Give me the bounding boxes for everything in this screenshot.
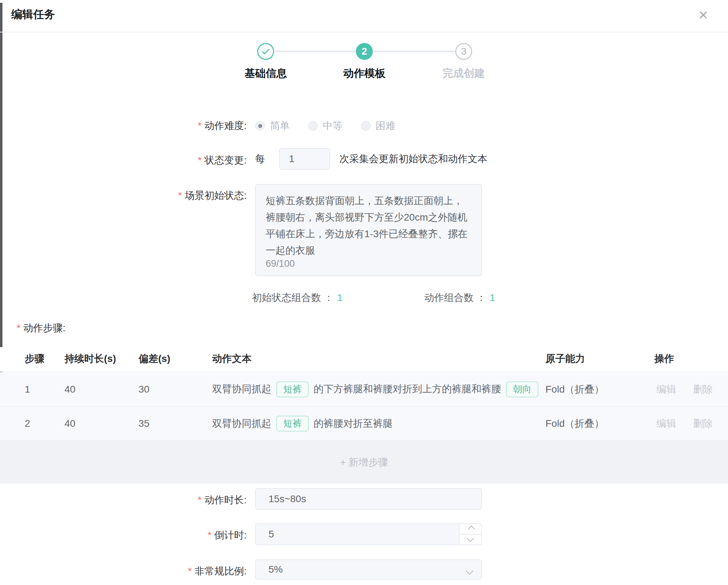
action-combo-value: 1: [490, 292, 495, 303]
col-header-ability: 原子能力: [545, 352, 585, 365]
cell-operations: 编辑 删除: [656, 417, 713, 430]
radio-label: 简单: [270, 119, 290, 133]
cell-deviation: 30: [138, 384, 149, 395]
duration-label: *动作时长:: [85, 493, 247, 507]
action-combo-count: 动作组合数 ：1: [424, 291, 495, 304]
radio-icon: [255, 121, 265, 131]
unusual-ratio-label: *非常规比例:: [85, 565, 247, 578]
initial-combo-count: 初始状态组合数 ：1: [252, 291, 343, 304]
col-header-duration: 持续时长(s): [64, 352, 116, 365]
delete-button[interactable]: 删除: [693, 384, 713, 395]
chevron-down-icon: [467, 535, 474, 542]
initial-state-text: 短裤五条数据背面朝上，五条数据正面朝上，裤腰朝右，离头部视野下方至少20cm之外…: [266, 192, 471, 259]
action-steps-label: *动作步骤:: [17, 321, 66, 335]
steps-table-body: 1 40 30 双臂协同抓起 短裤 的下方裤腿和裤腰对折到上方的裤腿和裤腰 朝向…: [0, 372, 728, 441]
step-2-number: 2: [362, 46, 367, 57]
radio-label: 中等: [323, 119, 343, 133]
state-change-prefix: 每: [255, 152, 265, 166]
char-counter: 69/100: [266, 258, 295, 269]
edit-button[interactable]: 编辑: [656, 418, 676, 429]
dialog-title: 编辑任务: [11, 7, 55, 22]
difficulty-label: *动作难度:: [85, 119, 247, 133]
cell-duration: 40: [64, 418, 75, 429]
radio-icon: [308, 121, 318, 131]
add-step-row: + 新增步骤: [0, 441, 728, 484]
required-marker: *: [198, 155, 202, 166]
unusual-ratio-value: 5%: [269, 564, 283, 575]
action-text: 的下方裤腿和裤腰对折到上方的裤腿和裤腰: [314, 383, 501, 396]
initial-combo-value: 1: [337, 292, 343, 303]
radio-option-simple[interactable]: 简单: [255, 119, 290, 133]
step-2-label: 动作模板: [322, 66, 407, 81]
state-change-row: 每 1 次采集会更新初始状态和动作文本: [255, 148, 487, 170]
orientation-tag: 朝向: [506, 381, 538, 397]
state-change-suffix: 次采集会更新初始状态和动作文本: [339, 152, 487, 166]
step-3-label: 完成创建: [421, 66, 506, 81]
required-marker: *: [17, 322, 20, 333]
cell-step: 2: [25, 418, 30, 429]
step-connector-2: [374, 51, 455, 52]
cell-deviation: 35: [138, 418, 149, 429]
chevron-up-icon: [468, 525, 475, 532]
action-text: 双臂协同抓起: [212, 383, 271, 396]
cell-action: 双臂协同抓起 短裤 的下方裤腿和裤腰对折到上方的裤腿和裤腰 朝向: [212, 381, 538, 397]
state-change-label: *状态变更:: [85, 154, 247, 167]
cell-ability: Fold（折叠）: [545, 417, 604, 430]
duration-value: 15s~80s: [269, 493, 306, 505]
chevron-down-icon: [466, 567, 473, 575]
unusual-ratio-select[interactable]: 5%: [255, 559, 482, 580]
radio-icon: [361, 121, 371, 131]
difficulty-radio-group: 简单 中等 困难: [255, 119, 395, 133]
duration-input[interactable]: 15s~80s: [255, 488, 482, 510]
required-marker: *: [188, 566, 192, 577]
col-header-step: 步骤: [25, 352, 44, 365]
col-header-action: 动作文本: [212, 352, 252, 365]
cell-duration: 40: [64, 384, 75, 395]
required-marker: *: [198, 120, 202, 131]
step-2-circle: 2: [356, 43, 373, 60]
cell-operations: 编辑 删除: [656, 383, 713, 396]
edit-button[interactable]: 编辑: [656, 384, 676, 395]
object-tag: 短裤: [276, 381, 309, 397]
radio-option-hard[interactable]: 困难: [361, 119, 395, 133]
initial-combo-label: 初始状态组合数 ：: [252, 292, 334, 303]
col-header-operation: 操作: [654, 352, 674, 365]
close-icon[interactable]: ×: [693, 5, 713, 25]
action-combo-label: 动作组合数 ：: [424, 292, 486, 303]
action-text: 的裤腰对折至裤腿: [314, 417, 393, 430]
initial-state-textarea[interactable]: 短裤五条数据背面朝上，五条数据正面朝上，裤腰朝右，离头部视野下方至少20cm之外…: [255, 184, 482, 276]
table-row: 1 40 30 双臂协同抓起 短裤 的下方裤腿和裤腰对折到上方的裤腿和裤腰 朝向…: [0, 372, 728, 406]
countdown-label: *倒计时:: [85, 529, 247, 542]
initial-state-label: *场景初始状态:: [85, 189, 247, 202]
required-marker: *: [198, 494, 202, 505]
cell-ability: Fold（折叠）: [545, 383, 604, 396]
state-change-input[interactable]: 1: [279, 148, 330, 170]
step-connector-1: [275, 51, 357, 52]
radio-option-medium[interactable]: 中等: [308, 119, 343, 133]
action-text: 双臂协同抓起: [212, 417, 271, 430]
required-marker: *: [178, 190, 182, 201]
delete-button[interactable]: 删除: [693, 418, 713, 429]
edit-task-dialog: 编辑任务 × 2 3 基础信息 动作模板 完成创建 *动作难度: 简单 中等 困…: [0, 0, 728, 585]
step-1-label: 基础信息: [223, 66, 308, 81]
step-1-circle: [257, 43, 274, 60]
radio-label: 困难: [376, 119, 395, 133]
cell-step: 1: [25, 384, 30, 395]
countdown-input[interactable]: 5: [255, 523, 482, 545]
header-divider: [0, 32, 728, 32]
countdown-value: 5: [269, 529, 274, 540]
object-tag: 短裤: [276, 415, 309, 431]
add-step-button[interactable]: + 新增步骤: [340, 456, 388, 469]
required-marker: *: [208, 530, 211, 541]
steps-table-header: 步骤 持续时长(s) 偏差(s) 动作文本 原子能力 操作: [0, 347, 728, 372]
number-spinner: [459, 524, 481, 544]
check-icon: [262, 47, 270, 54]
spinner-down-button[interactable]: [459, 535, 481, 544]
step-3-circle: 3: [455, 43, 472, 60]
spinner-up-button[interactable]: [459, 524, 481, 535]
table-row: 2 40 35 双臂协同抓起 短裤 的裤腰对折至裤腿 Fold（折叠） 编辑 删…: [0, 406, 728, 441]
step-3-number: 3: [461, 46, 467, 57]
cell-action: 双臂协同抓起 短裤 的裤腰对折至裤腿: [212, 415, 393, 431]
col-header-deviation: 偏差(s): [138, 352, 170, 365]
